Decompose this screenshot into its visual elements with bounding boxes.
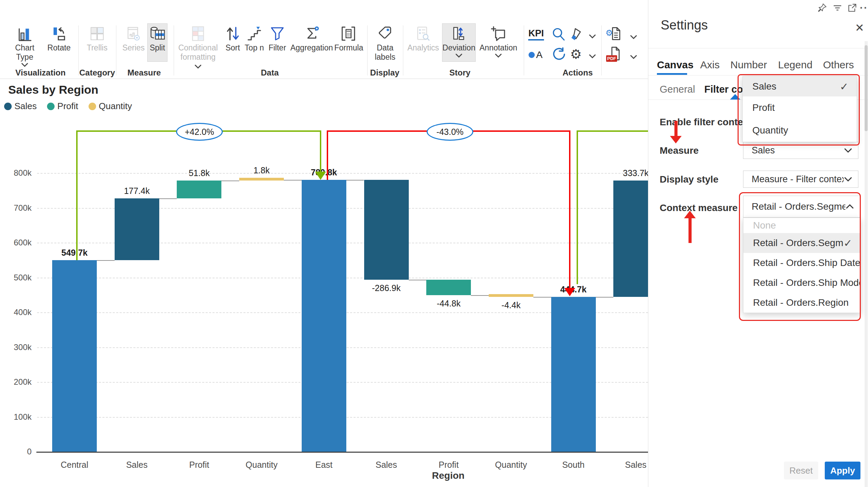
doc-gear-icon[interactable]: ⚙ (607, 26, 623, 43)
annotation-icon (477, 23, 520, 42)
reset-button[interactable]: Reset (784, 462, 818, 479)
legend-item-quantity[interactable]: Quantity (89, 101, 132, 112)
series-button: Series (119, 23, 148, 62)
context-measure-dropdown[interactable]: Retail - Orders.Segment (743, 196, 860, 218)
bar-profit-6[interactable] (426, 280, 471, 295)
bar-quantity-3[interactable] (239, 178, 284, 181)
bar-sales-5[interactable] (364, 180, 409, 280)
ellipsis-icon[interactable]: ··· (859, 2, 868, 14)
chevron-down-icon[interactable] (625, 29, 642, 45)
filter-icon (266, 23, 289, 42)
rotate-button[interactable]: Rotate (44, 23, 74, 62)
ribbon-separator (403, 25, 403, 76)
deviation-arrowhead-down (315, 172, 326, 180)
deviation-line (320, 130, 321, 173)
chevron-down-icon[interactable] (584, 48, 601, 65)
subtab-general[interactable]: General (660, 84, 695, 95)
close-icon[interactable]: ✕ (855, 21, 864, 34)
measure-dropdown-list: Sales✓ProfitQuantity (742, 76, 857, 142)
bar-quantity-7[interactable] (489, 294, 533, 297)
popout-icon[interactable] (845, 2, 859, 14)
ribbon-group-data: Data (218, 68, 321, 78)
measure-option-profit[interactable]: Profit (743, 96, 857, 119)
context-measure-dropdown-list: NoneRetail - Orders.Segment✓Retail - Ord… (743, 218, 861, 313)
analytics-button: Analytics (406, 23, 441, 62)
context-option-3[interactable]: Retail - Orders.Ship Mode (743, 273, 860, 293)
pdf-icon[interactable]: PDF (607, 46, 623, 62)
filter-button[interactable]: Filter (266, 23, 289, 62)
context-option-0[interactable]: None (743, 218, 860, 233)
legend-item-sales[interactable]: Sales (4, 101, 37, 112)
panel-tab-number[interactable]: Number (730, 59, 767, 71)
highlight-icon[interactable]: A (528, 46, 544, 62)
top-n-button[interactable]: Top n (243, 23, 265, 62)
conditional-formatting-icon (176, 23, 220, 42)
x-category-label: Central (44, 460, 105, 470)
bar-east-4[interactable] (302, 180, 346, 452)
chevron-down-icon[interactable] (584, 28, 601, 45)
waterfall-connector (97, 260, 115, 261)
split-button[interactable]: Split (147, 23, 167, 62)
bar-value-label: -286.9k (352, 283, 421, 293)
y-tick-label: 0 (4, 447, 32, 456)
measure-option-sales[interactable]: Sales✓ (743, 77, 857, 96)
waterfall-connector (596, 297, 614, 298)
aggregation-button[interactable]: Aggregation (290, 23, 333, 62)
context-measure-dropdown-value: Retail - Orders.Segment (752, 201, 845, 212)
panel-tab-legend[interactable]: Legend (778, 59, 812, 71)
panel-divider (648, 75, 868, 76)
ribbon-separator (524, 25, 524, 76)
bar-value-label: 177.4k (103, 186, 171, 196)
legend-item-profit[interactable]: Profit (47, 101, 78, 112)
deviation-arrowhead-down (564, 288, 575, 296)
brush-icon[interactable] (568, 26, 584, 43)
bar-sales-9[interactable] (613, 181, 648, 297)
panel-tab-axis[interactable]: Axis (700, 59, 720, 71)
legend-dot (4, 103, 12, 110)
active-panel-tab-underline (657, 73, 687, 75)
deviation-button[interactable]: Deviation (442, 23, 476, 62)
measure-option-quantity[interactable]: Quantity (743, 119, 857, 142)
x-category-label: Quantity (480, 460, 542, 470)
annotation-button[interactable]: Annotation (477, 23, 520, 62)
deviation-line (569, 130, 570, 288)
bar-value-label: 1.8k (227, 165, 296, 175)
deviation-line (327, 130, 328, 180)
kpi-icon[interactable]: KPI (528, 26, 544, 43)
measure-dropdown[interactable]: Sales (743, 142, 858, 159)
chevron-up-icon (845, 204, 854, 209)
sort-icon (223, 23, 242, 42)
panel-scrollbar[interactable] (865, 41, 868, 487)
svg-text:A: A (536, 49, 543, 60)
display-style-dropdown[interactable]: Measure - Filter context (743, 171, 858, 188)
filter-lines-icon[interactable] (831, 2, 844, 14)
pin-icon[interactable] (815, 2, 829, 14)
apply-button[interactable]: Apply (825, 462, 860, 479)
x-category-label: East (293, 460, 355, 470)
sort-button[interactable]: Sort (223, 23, 242, 62)
panel-tab-others[interactable]: Others (823, 59, 854, 71)
x-axis-line (36, 452, 648, 453)
legend-dot (89, 103, 96, 110)
ribbon-separator (116, 25, 116, 76)
chart-type-button[interactable]: Chart Type (8, 23, 42, 62)
panel-tab-canvas[interactable]: Canvas (657, 59, 694, 71)
bar-sales-1[interactable] (115, 198, 159, 260)
data-labels-button[interactable]: Data labels (371, 23, 400, 62)
chevron-down-icon (477, 53, 520, 59)
search-icon[interactable] (551, 26, 567, 43)
context-option-2[interactable]: Retail - Orders.Ship Date.Qu... (743, 253, 860, 273)
ribbon-separator (601, 25, 602, 76)
y-tick-label: 800k (4, 168, 32, 178)
bar-central-0[interactable] (52, 260, 97, 452)
context-option-1[interactable]: Retail - Orders.Segment✓ (743, 233, 860, 253)
ribbon-group-actions: Actions (526, 68, 629, 78)
chevron-down-icon[interactable] (625, 49, 642, 65)
bar-south-8[interactable] (551, 297, 596, 452)
waterfall-connector (221, 181, 239, 181)
gear-icon[interactable]: ⚙ (568, 46, 584, 62)
formula-button[interactable]: Formula (334, 23, 362, 62)
context-option-4[interactable]: Retail - Orders.Region (743, 293, 860, 313)
undo-icon[interactable] (551, 46, 567, 62)
bar-profit-2[interactable] (177, 181, 221, 199)
